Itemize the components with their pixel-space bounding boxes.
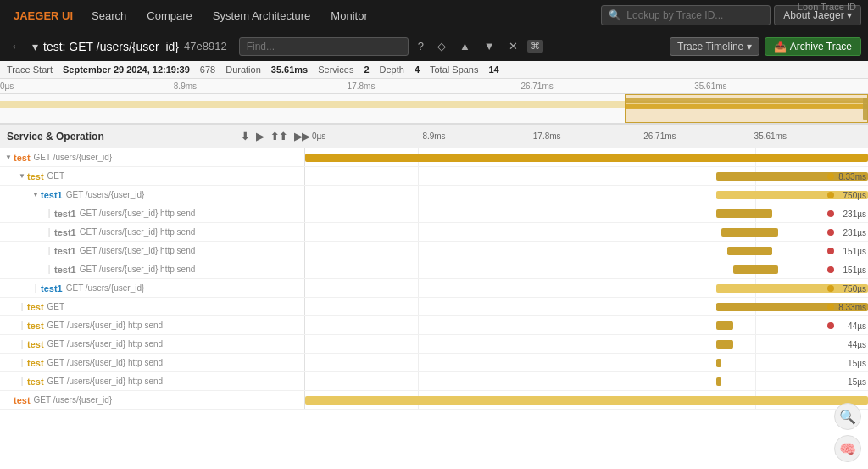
ruler-tick-1: 8.9ms — [174, 81, 197, 91]
span-dot — [827, 285, 834, 292]
service-cell: |testGET — [0, 298, 305, 315]
service-name: test — [27, 377, 44, 387]
trace-spans-label: Total Spans — [430, 64, 478, 75]
timeline-tick-1: 8.9ms — [422, 131, 445, 141]
expand-toggle: | — [17, 339, 27, 349]
trace-duration-value: 35.61ms — [271, 64, 308, 75]
service-col-title: Service & Operation ⬇ ▶ ⬆⬆ ▶▶ — [7, 129, 312, 144]
expand-all-icon[interactable]: ▶▶ — [292, 129, 312, 144]
operation-name: GET — [47, 302, 65, 311]
trace-services-label: Services — [318, 64, 353, 75]
service-cell: |test1GET /users/{user_id} http send — [0, 242, 305, 260]
expand-toggle[interactable]: ▼ — [31, 190, 41, 200]
nav-monitor[interactable]: Monitor — [322, 6, 376, 25]
diamond-icon[interactable]: ◇ — [433, 37, 450, 55]
span-bar — [727, 247, 772, 255]
expand-next-icon[interactable]: ▶ — [253, 129, 266, 144]
find-input[interactable] — [239, 37, 409, 56]
timeline-cell: 151µs — [305, 242, 868, 260]
trace-row[interactable]: |test1GET /users/{user_id} http send231µ… — [0, 204, 868, 223]
span-duration: 44µs — [848, 339, 866, 349]
down-icon[interactable]: ▼ — [480, 37, 499, 55]
span-dot — [827, 173, 834, 180]
trace-row[interactable]: |test1GET /users/{user_id}750µs — [0, 279, 868, 298]
trace-row[interactable]: ▼testGET8.33ms — [0, 167, 868, 186]
timeline-tick-3: 26.71ms — [643, 131, 676, 141]
trace-dropdown[interactable]: ▾ — [32, 40, 38, 53]
span-duration: 231µs — [843, 209, 866, 218]
operation-name: GET /users/{user_id} http send — [47, 321, 164, 330]
span-dot — [827, 248, 834, 254]
span-dot — [827, 266, 834, 273]
collapse-all-icon[interactable]: ⬇ — [238, 129, 252, 144]
service-cell: |test1GET /users/{user_id} http send — [0, 260, 305, 278]
help-icon[interactable]: ? — [414, 37, 428, 55]
span-dot — [827, 192, 834, 198]
expand-toggle: | — [17, 302, 27, 312]
timeline-cell: 231µs — [305, 204, 868, 222]
top-ruler: 0µs 8.9ms 17.8ms 26.71ms 35.61ms — [0, 79, 868, 94]
timeline-cell — [305, 391, 868, 409]
expand-toggle[interactable]: ▼ — [17, 171, 27, 181]
ruler-tick-2: 17.8ms — [348, 81, 376, 91]
span-dot — [827, 322, 834, 329]
span-bar — [721, 228, 777, 237]
archive-button[interactable]: 📥 Archive Trace — [765, 37, 861, 56]
expand-toggle[interactable]: ▼ — [3, 153, 14, 163]
span-bar — [305, 396, 868, 405]
trace-lookup-search[interactable]: 🔍 — [601, 5, 771, 25]
operation-name: GET /users/{user_id} http send — [47, 358, 164, 367]
timeline-button[interactable]: Trace Timeline ▾ — [670, 37, 760, 56]
service-name: test1 — [41, 190, 63, 200]
span-duration: 750µs — [843, 190, 866, 199]
nav-search[interactable]: Search — [83, 6, 135, 25]
up-icon[interactable]: ▲ — [455, 37, 475, 55]
trace-row[interactable]: testGET /users/{user_id} — [0, 391, 868, 410]
trace-row[interactable]: |testGET /users/{user_id} http send15µs — [0, 372, 868, 391]
span-bar — [716, 321, 733, 330]
span-duration: 44µs — [848, 321, 866, 330]
main-content: Service & Operation ⬇ ▶ ⬆⬆ ▶▶ 0µs 8.9ms … — [0, 125, 868, 468]
nav-compare[interactable]: Compare — [138, 6, 200, 25]
trace-rows: ▼testGET /users/{user_id}▼testGET8.33ms▼… — [0, 148, 868, 468]
service-cell: |test1GET /users/{user_id} http send — [0, 223, 305, 241]
trace-row[interactable]: ▼testGET /users/{user_id} — [0, 148, 868, 167]
operation-name: GET /users/{user_id} http send — [80, 209, 196, 218]
trace-id-input[interactable] — [626, 9, 754, 21]
span-bar — [716, 340, 733, 349]
timeline-tick-4: 35.61ms — [754, 131, 787, 141]
service-cell: |testGET /users/{user_id} http send — [0, 372, 305, 390]
trace-row[interactable]: ▼test1GET /users/{user_id}750µs — [0, 186, 868, 204]
service-cell: |testGET /users/{user_id} http send — [0, 316, 305, 334]
service-cell: |test1GET /users/{user_id} — [0, 279, 305, 297]
trace-row[interactable]: |test1GET /users/{user_id} http send151µ… — [0, 260, 868, 279]
trace-start-value: September 29 2024, 12:19:39 — [63, 64, 190, 75]
service-cell: |test1GET /users/{user_id} http send — [0, 204, 305, 222]
trace-row[interactable]: |testGET /users/{user_id} http send44µs — [0, 316, 868, 335]
back-button[interactable]: ← — [7, 37, 27, 56]
trace-minimap[interactable] — [0, 94, 868, 125]
operation-name: GET /users/{user_id} — [34, 395, 113, 405]
service-name: test — [27, 339, 44, 349]
operation-name: GET /users/{user_id} — [34, 153, 113, 162]
service-name: test1 — [54, 209, 76, 219]
close-icon[interactable]: ✕ — [504, 37, 522, 55]
trace-row[interactable]: |testGET /users/{user_id} http send44µs — [0, 335, 868, 354]
timeline-cell: 151µs — [305, 260, 868, 278]
service-cell: |testGET /users/{user_id} http send — [0, 354, 305, 371]
service-cell: ▼testGET /users/{user_id} — [0, 148, 305, 166]
trace-row[interactable]: |testGET8.33ms — [0, 298, 868, 316]
trace-row[interactable]: |testGET /users/{user_id} http send15µs — [0, 354, 868, 372]
collapse-icon[interactable]: ⬆⬆ — [268, 129, 290, 144]
timeline-tick-2: 17.8ms — [533, 131, 561, 141]
zoom-icon-button[interactable]: 🔍 — [834, 403, 861, 430]
nav-system-architecture[interactable]: System Architecture — [204, 6, 320, 25]
expand-toggle: | — [31, 283, 41, 293]
expand-toggle: | — [44, 209, 54, 219]
trace-row[interactable]: |test1GET /users/{user_id} http send151µ… — [0, 242, 868, 260]
service-cell: testGET /users/{user_id} — [0, 391, 305, 409]
trace-row[interactable]: |test1GET /users/{user_id} http send231µ… — [0, 223, 868, 242]
operation-name: GET — [47, 171, 65, 181]
settings-icon-button[interactable]: 🧠 — [834, 435, 861, 462]
expand-toggle: | — [17, 358, 27, 368]
